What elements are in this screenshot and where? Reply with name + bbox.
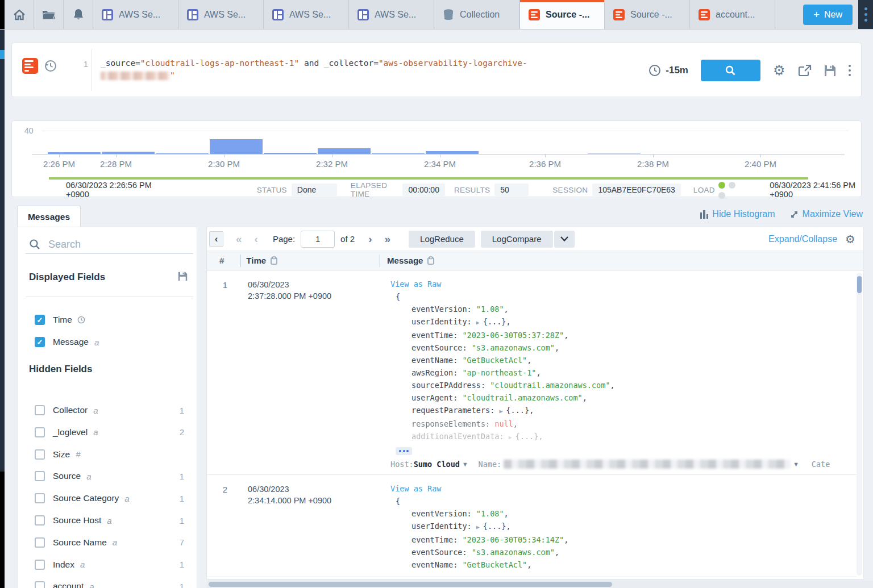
x-axis-tick bbox=[760, 154, 761, 157]
view-as-raw-link[interactable]: View as Raw bbox=[390, 482, 857, 495]
json-line: requestParameters: ▶ {...}, bbox=[390, 404, 857, 418]
expand-message-button[interactable] bbox=[396, 447, 412, 455]
tab-source-6[interactable]: Source -... bbox=[605, 0, 690, 29]
message-row: 206/30/20232:34:14.000 PM +0900View as R… bbox=[207, 475, 857, 577]
query-input[interactable]: _source="cloudtrail-logs-ap-northeast-1"… bbox=[101, 57, 641, 81]
maximize-view-link[interactable]: Maximize View bbox=[790, 209, 863, 219]
redacted-name-value bbox=[504, 460, 791, 469]
share-icon[interactable] bbox=[798, 64, 812, 77]
sumo-logic-app: { "tab_bar": { "tabs": [ {"label": "AWS … bbox=[0, 0, 873, 588]
checkbox-unchecked[interactable] bbox=[35, 515, 45, 526]
load-dot bbox=[718, 182, 725, 189]
vertical-scrollbar-thumb[interactable] bbox=[857, 276, 862, 293]
query-more-menu-icon[interactable] bbox=[849, 65, 851, 77]
hidden-field-account[interactable]: accounta1 bbox=[18, 577, 197, 588]
first-page-button[interactable]: « bbox=[236, 233, 242, 245]
tab-collection-4[interactable]: Collection bbox=[434, 0, 519, 29]
tab-aws-se-3[interactable]: AWS Se... bbox=[349, 0, 434, 29]
save-icon[interactable] bbox=[824, 65, 836, 77]
tab-aws-se-0[interactable]: AWS Se... bbox=[93, 0, 178, 29]
hidden-field-_loglevel[interactable]: _loglevela2 bbox=[18, 423, 197, 442]
hidden-field-source[interactable]: Sourcea1 bbox=[18, 466, 197, 486]
search-icon bbox=[29, 239, 40, 250]
home-button[interactable] bbox=[5, 0, 34, 29]
query-history-icon[interactable] bbox=[44, 59, 57, 73]
checkbox-unchecked[interactable] bbox=[35, 560, 45, 570]
run-search-button[interactable] bbox=[701, 60, 760, 81]
y-axis-max-label: 40 bbox=[24, 126, 34, 135]
json-line: eventVersion: "1.08", bbox=[390, 303, 857, 315]
log-search-icon bbox=[528, 9, 541, 21]
hide-histogram-link[interactable]: Hide Histogram bbox=[700, 209, 775, 219]
home-icon bbox=[13, 9, 26, 20]
horizontal-scrollbar-thumb[interactable] bbox=[209, 582, 612, 587]
json-line: sourceIPAddress: "cloudtrail.amazonaws.c… bbox=[390, 379, 857, 391]
checkbox-unchecked[interactable] bbox=[35, 537, 45, 548]
results-histogram: 40 2:26 PM2:28 PM2:30 PM2:32 PM2:34 PM2:… bbox=[11, 120, 862, 197]
checkbox-checked[interactable]: ✓ bbox=[35, 315, 45, 325]
checkbox-checked[interactable]: ✓ bbox=[35, 337, 45, 347]
hidden-field-source-host[interactable]: Source Hosta1 bbox=[18, 511, 197, 530]
checkbox-unchecked[interactable] bbox=[35, 581, 45, 588]
messages-table-header: # Time Message bbox=[207, 251, 863, 270]
last-page-button[interactable]: » bbox=[384, 233, 390, 245]
save-fields-icon[interactable] bbox=[178, 272, 188, 281]
time-range-selector[interactable]: -15m bbox=[648, 64, 688, 77]
json-line: eventSource: "s3.amazonaws.com", bbox=[390, 546, 857, 558]
checkbox-unchecked[interactable] bbox=[35, 493, 45, 503]
field-value-count: 1 bbox=[180, 582, 184, 588]
checkbox-unchecked[interactable] bbox=[35, 427, 45, 437]
expand-collapse-link[interactable]: Expand/Collapse bbox=[768, 234, 837, 244]
checkbox-unchecked[interactable] bbox=[35, 449, 45, 460]
field-search[interactable] bbox=[26, 235, 193, 254]
name-dropdown-caret[interactable]: ▼ bbox=[794, 461, 798, 468]
column-time[interactable]: Time bbox=[246, 256, 278, 265]
logcompare-dropdown-caret[interactable] bbox=[554, 231, 575, 248]
previous-page-button[interactable]: ‹ bbox=[255, 233, 258, 245]
host-dropdown-caret[interactable]: ▼ bbox=[463, 461, 467, 468]
display-settings-gear-icon[interactable]: ⚙ bbox=[845, 232, 855, 246]
horizontal-scrollbar[interactable] bbox=[206, 581, 873, 588]
field-value-count: 2 bbox=[180, 427, 184, 437]
field-search-input[interactable] bbox=[48, 239, 162, 251]
name-label: Name: bbox=[479, 460, 502, 469]
displayed-field-message[interactable]: ✓Messagea bbox=[18, 332, 197, 352]
column-message[interactable]: Message bbox=[387, 256, 435, 265]
hidden-field-collector[interactable]: Collectora1 bbox=[18, 401, 197, 420]
query-segment: _source= bbox=[101, 59, 140, 68]
displayed-field-time[interactable]: ✓Time bbox=[18, 310, 197, 330]
collapse-sidebar-button[interactable]: ‹ bbox=[209, 231, 223, 247]
checkbox-unchecked[interactable] bbox=[35, 471, 45, 481]
page-number-input[interactable] bbox=[301, 231, 335, 248]
new-tab-button[interactable]: + New bbox=[803, 5, 853, 25]
checkbox-unchecked[interactable] bbox=[35, 405, 45, 415]
open-tabs: AWS Se...AWS Se...AWS Se...AWS Se...Coll… bbox=[93, 0, 775, 29]
tab-aws-se-2[interactable]: AWS Se... bbox=[264, 0, 349, 29]
field-label: Source Host bbox=[53, 515, 101, 526]
hidden-field-source-name[interactable]: Source Namea7 bbox=[18, 533, 197, 552]
tabbar-overflow-menu[interactable] bbox=[858, 0, 873, 29]
vertical-scrollbar[interactable] bbox=[857, 273, 862, 576]
tab-label: AWS Se... bbox=[119, 10, 160, 20]
field-type-indicator: a bbox=[107, 516, 111, 526]
library-button[interactable] bbox=[34, 0, 64, 29]
hidden-field-index[interactable]: Indexa1 bbox=[18, 555, 197, 574]
x-axis-tick bbox=[332, 154, 332, 157]
view-as-raw-link[interactable]: View as Raw bbox=[390, 278, 857, 290]
tab-aws-se-1[interactable]: AWS Se... bbox=[178, 0, 264, 29]
field-value-count: 1 bbox=[180, 494, 184, 503]
column-number: # bbox=[219, 256, 224, 265]
notifications-button[interactable] bbox=[64, 0, 93, 29]
tab-messages[interactable]: Messages bbox=[17, 206, 81, 227]
tab-source-5[interactable]: Source -... bbox=[519, 0, 605, 29]
logreduce-button[interactable]: LogReduce bbox=[409, 231, 475, 248]
next-page-button[interactable]: › bbox=[368, 233, 372, 245]
hidden-field-size[interactable]: Size# bbox=[18, 445, 197, 464]
tab-account-7[interactable]: account... bbox=[690, 0, 775, 29]
results-value: 50 bbox=[494, 184, 529, 196]
logcompare-button[interactable]: LogCompare bbox=[481, 231, 553, 248]
search-settings-gear-icon[interactable]: ⚙ bbox=[773, 62, 785, 78]
hidden-field-source-category[interactable]: Source Categorya1 bbox=[18, 489, 197, 508]
host-value[interactable]: Sumo Cloud bbox=[414, 460, 460, 469]
json-line: userIdentity: ▶ {...}, bbox=[390, 315, 857, 329]
